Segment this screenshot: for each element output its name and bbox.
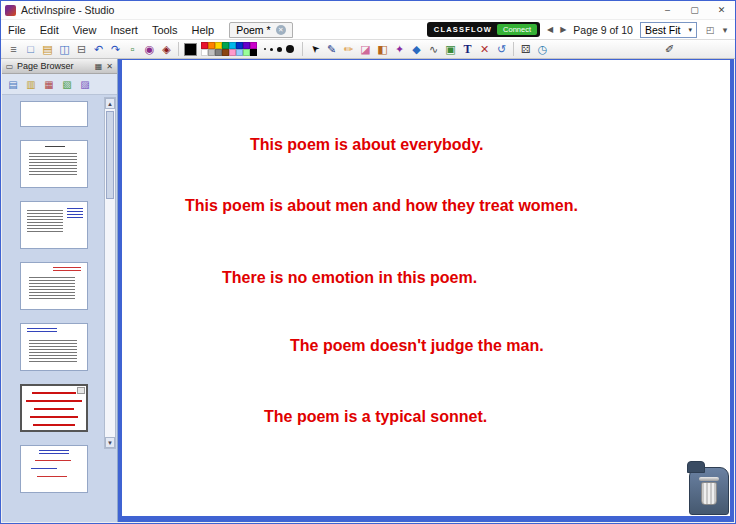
main-menu-icon[interactable]: ≡: [5, 41, 22, 57]
color-swatch[interactable]: [229, 42, 236, 49]
scroll-up-icon[interactable]: ▲: [105, 98, 115, 109]
flipchart-tab[interactable]: Poem * ✕: [229, 22, 292, 38]
print-icon[interactable]: ⊟: [73, 41, 90, 57]
main-toolbar: ≡□▤◫⊟↶↷▫◉◈ ➤✎✏◪◧✦◆∿▣T✕↺ ⚄◷ ✐: [1, 40, 735, 59]
color-swatch[interactable]: [208, 49, 215, 56]
color-swatch[interactable]: [250, 42, 257, 49]
vote-icon[interactable]: ◈: [158, 41, 175, 57]
page-thumbnail-5[interactable]: [20, 323, 88, 371]
page-thumbnail-3[interactable]: [20, 201, 88, 249]
annotate-desktop-icon[interactable]: ▫: [124, 41, 141, 57]
undo-icon[interactable]: ↶: [90, 41, 107, 57]
eraser-tool-icon[interactable]: ◪: [357, 41, 374, 57]
clear-icon[interactable]: ✕: [476, 41, 493, 57]
toolbar-right-group: ⚄◷: [517, 41, 551, 57]
color-swatch[interactable]: [229, 49, 236, 56]
pen-width-5[interactable]: [277, 47, 282, 52]
collapse-menubar-icon[interactable]: ▾: [719, 25, 731, 35]
insert-media-icon[interactable]: ▣: [442, 41, 459, 57]
color-swatch[interactable]: [201, 42, 208, 49]
maximize-button[interactable]: ▢: [681, 1, 708, 19]
reset-page-icon[interactable]: ↺: [493, 41, 510, 57]
menu-item-file[interactable]: File: [1, 22, 33, 38]
tab-close-icon[interactable]: ✕: [276, 25, 286, 35]
previous-page-icon[interactable]: ◀: [547, 25, 553, 34]
page-thumbnail-1[interactable]: [20, 101, 88, 127]
save-flipchart-icon[interactable]: ◫: [56, 41, 73, 57]
color-swatch[interactable]: [222, 42, 229, 49]
menu-item-view[interactable]: View: [66, 22, 104, 38]
connector-tool-icon[interactable]: ∿: [425, 41, 442, 57]
page-browser-header: ▭ Page Browser ▦✕: [2, 59, 117, 74]
page-browser-toolbar: ▤▥▦▧▨: [2, 74, 117, 95]
next-page-icon[interactable]: ▶: [560, 25, 566, 34]
menubar-right: CLASSFLOW Connect ◀ ▶ Page 9 of 10 Best …: [427, 22, 735, 38]
trash-bin-icon[interactable]: [698, 477, 720, 505]
app-icon: [5, 5, 16, 16]
menu-item-edit[interactable]: Edit: [33, 22, 66, 38]
color-swatch[interactable]: [236, 42, 243, 49]
color-swatch[interactable]: [215, 42, 222, 49]
flipchart-tab-label: Poem *: [236, 24, 270, 36]
browser-panel-icon[interactable]: ▭: [4, 62, 15, 71]
highlighter-tool-icon[interactable]: ✏: [340, 41, 357, 57]
color-swatch[interactable]: [201, 49, 208, 56]
pen-width-2[interactable]: [264, 48, 266, 50]
page-thumbnail-4[interactable]: [20, 262, 88, 310]
more-options-icon[interactable]: ▨: [77, 77, 93, 92]
menu-item-insert[interactable]: Insert: [103, 22, 145, 38]
page-thumbnail-2[interactable]: [20, 140, 88, 188]
new-flipchart-icon[interactable]: □: [22, 41, 39, 57]
classflow-badge[interactable]: CLASSFLOW Connect: [427, 22, 540, 37]
add-page-icon[interactable]: ▤: [5, 77, 21, 92]
menu-item-help[interactable]: Help: [185, 22, 222, 38]
flipchart-canvas[interactable]: This poem is about everybody.This poem i…: [122, 60, 730, 516]
color-swatch[interactable]: [243, 42, 250, 49]
fill-tool-icon[interactable]: ◧: [374, 41, 391, 57]
menu-bar: FileEditViewInsertToolsHelp Poem * ✕ CLA…: [1, 20, 735, 40]
pen-width-8[interactable]: [286, 45, 294, 53]
thumbnail-scrollbar[interactable]: ▲ ▼: [104, 97, 116, 449]
page-thumbnail-7[interactable]: [20, 445, 88, 493]
browser-menu-icon[interactable]: ▦: [93, 62, 104, 71]
page-tools-corner-icon[interactable]: [77, 387, 85, 394]
scrollbar-thumb[interactable]: [106, 111, 114, 199]
close-browser-icon[interactable]: ✕: [104, 62, 115, 71]
thumbnail-preview: [21, 202, 87, 248]
color-swatch[interactable]: [250, 49, 257, 56]
color-swatch[interactable]: [222, 49, 229, 56]
classflow-connect-button[interactable]: Connect: [497, 24, 537, 35]
canvas-statement-4[interactable]: The poem doesn't judge the man.: [290, 337, 544, 355]
canvas-statement-5[interactable]: The poem is a typical sonnet.: [264, 408, 487, 426]
stylus-icon[interactable]: ✐: [661, 41, 678, 57]
duplicate-page-icon[interactable]: ▥: [23, 77, 39, 92]
color-swatch[interactable]: [243, 49, 250, 56]
canvas-statement-2[interactable]: This poem is about men and how they trea…: [185, 197, 578, 215]
menu-item-tools[interactable]: Tools: [145, 22, 185, 38]
clock-icon[interactable]: ◷: [534, 41, 551, 57]
delete-page-icon[interactable]: ▦: [41, 77, 57, 92]
page-thumbnail-6-selected[interactable]: [20, 384, 88, 432]
detach-toolbar-icon[interactable]: ◰: [704, 25, 716, 35]
canvas-frame: This poem is about everybody.This poem i…: [118, 59, 734, 522]
open-flipchart-icon[interactable]: ▤: [39, 41, 56, 57]
pen-width-3[interactable]: [270, 48, 273, 51]
move-page-up-icon[interactable]: ▧: [59, 77, 75, 92]
close-button[interactable]: ✕: [708, 1, 735, 19]
canvas-statement-3[interactable]: There is no emotion in this poem.: [222, 269, 477, 287]
magic-ink-icon[interactable]: ✦: [391, 41, 408, 57]
canvas-statement-1[interactable]: This poem is about everybody.: [250, 136, 484, 154]
color-swatch[interactable]: [215, 49, 222, 56]
zoom-dropdown[interactable]: Best Fit ▾: [640, 22, 697, 38]
color-swatch[interactable]: [236, 49, 243, 56]
redo-icon[interactable]: ↷: [107, 41, 124, 57]
expresspoll-icon[interactable]: ◉: [141, 41, 158, 57]
color-swatch-large[interactable]: [184, 43, 197, 56]
scroll-down-icon[interactable]: ▼: [105, 437, 115, 448]
minimize-button[interactable]: –: [654, 1, 681, 19]
shape-tool-icon[interactable]: ◆: [408, 41, 425, 57]
text-tool-icon[interactable]: T: [459, 41, 476, 57]
menu-items: FileEditViewInsertToolsHelp: [1, 22, 221, 38]
color-swatch[interactable]: [208, 42, 215, 49]
dice-icon[interactable]: ⚄: [517, 41, 534, 57]
